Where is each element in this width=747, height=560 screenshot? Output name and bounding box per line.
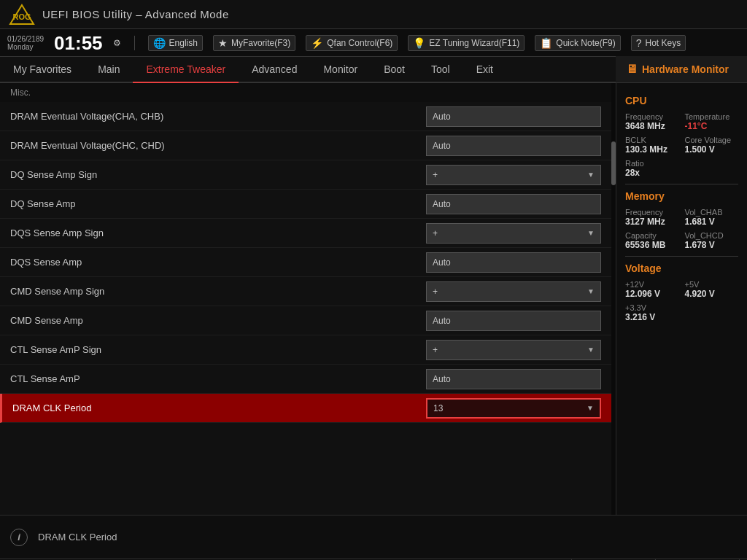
nav-boot[interactable]: Boot xyxy=(371,57,418,83)
dropdown-arrow-dq-sense-amp-sign: ▼ xyxy=(587,171,595,179)
nav-tool[interactable]: Tool xyxy=(418,57,463,83)
v5-value: 4.920 V xyxy=(685,289,739,299)
value-dram-volt-chc-chd[interactable]: Auto xyxy=(426,136,601,156)
mem-vol-chab-label: Vol_CHAB xyxy=(685,208,739,217)
setting-label-dram-clk-period: DRAM CLK Period xyxy=(12,402,426,413)
globe-icon: 🌐 xyxy=(153,37,166,49)
mem-freq-label: Frequency xyxy=(625,208,679,217)
eztuning-button[interactable]: 💡 EZ Tuning Wizard(F11) xyxy=(408,35,525,51)
dropdown-dqs-sense-amp-sign[interactable]: + ▼ xyxy=(426,223,601,244)
cpu-freq-label: Frequency xyxy=(625,112,679,121)
nav-main[interactable]: Main xyxy=(85,57,133,83)
value-dram-volt-cha-chb[interactable]: Auto xyxy=(426,106,601,127)
setting-row-dram-volt-chc-chd[interactable]: DRAM Eventual Voltage(CHC, CHD) Auto xyxy=(0,131,611,160)
dropdown-arrow-cmd-sense-amp-sign: ▼ xyxy=(587,287,595,295)
dropdown-ctl-sense-amp-sign[interactable]: + ▼ xyxy=(426,340,601,360)
mem-freq-vol-chab-row: Frequency 3127 MHz Vol_CHAB 1.681 V xyxy=(625,208,738,227)
hotkeys-button[interactable]: ? Hot Keys xyxy=(631,35,686,51)
dropdown-cmd-sense-amp-sign[interactable]: + ▼ xyxy=(426,281,601,302)
myfavorite-label: MyFavorite(F3) xyxy=(231,38,290,48)
mem-vol-chcd-label: Vol_CHCD xyxy=(685,231,739,240)
value-cmd-sense-amp[interactable]: Auto xyxy=(426,311,601,331)
cpu-core-volt-cell: Core Voltage 1.500 V xyxy=(685,136,739,155)
cpu-bclk-value: 130.3 MHz xyxy=(625,144,679,155)
v5-cell: +5V 4.920 V xyxy=(685,280,739,299)
voltage-section-title: Voltage xyxy=(625,262,738,274)
setting-row-ctl-sense-amp-sign[interactable]: CTL Sense AmP Sign + ▼ xyxy=(0,335,611,365)
setting-row-dqs-sense-amp[interactable]: DQS Sense Amp Auto xyxy=(0,248,611,277)
qfan-button[interactable]: ⚡ Qfan Control(F6) xyxy=(306,35,398,51)
voltage-33-row: +3.3V 3.216 V xyxy=(625,303,738,322)
cpu-ratio-label: Ratio xyxy=(625,159,679,168)
hardware-monitor-panel: CPU Frequency 3648 MHz Temperature -11°C… xyxy=(616,83,747,515)
setting-label-cmd-sense-amp-sign: CMD Sense Amp Sign xyxy=(10,286,426,297)
cpu-temp-value: -11°C xyxy=(685,121,739,131)
nav-my-favorites[interactable]: My Favorites xyxy=(0,57,85,83)
dropdown-dq-sense-amp-sign[interactable]: + ▼ xyxy=(426,165,601,185)
setting-label-ctl-sense-amp-sign: CTL Sense AmP Sign xyxy=(10,344,426,355)
setting-row-cmd-sense-amp[interactable]: CMD Sense Amp Auto xyxy=(0,306,611,335)
setting-label-dqs-sense-amp: DQS Sense Amp xyxy=(10,257,426,268)
mem-vol-chab-cell: Vol_CHAB 1.681 V xyxy=(685,208,739,227)
control-dqs-sense-amp: Auto xyxy=(426,252,601,273)
setting-row-dq-sense-amp[interactable]: DQ Sense Amp Auto xyxy=(0,190,611,219)
cpu-divider xyxy=(625,184,738,184)
settings-content[interactable]: Misc. DRAM Eventual Voltage(CHA, CHB) Au… xyxy=(0,83,611,515)
value-dq-sense-amp[interactable]: Auto xyxy=(426,194,601,214)
settings-icon[interactable]: ⚙ xyxy=(113,38,121,48)
setting-label-dq-sense-amp: DQ Sense Amp xyxy=(10,198,426,209)
setting-label-ctl-sense-amp: CTL Sense AmP xyxy=(10,373,426,384)
cpu-freq-value: 3648 MHz xyxy=(625,121,679,131)
app-title: UEFI BIOS Utility – Advanced Mode xyxy=(42,8,229,20)
language-label: English xyxy=(169,38,198,48)
toolbar-divider xyxy=(134,36,135,50)
hardware-monitor-nav-title: 🖥 Hardware Monitor xyxy=(616,56,747,82)
cpu-ratio-value: 28x xyxy=(625,168,679,178)
hotkeys-label: Hot Keys xyxy=(646,38,681,48)
header: ROG UEFI BIOS Utility – Advanced Mode xyxy=(0,0,747,29)
control-dq-sense-amp-sign: + ▼ xyxy=(426,165,601,185)
value-ctl-sense-amp[interactable]: Auto xyxy=(426,369,601,389)
v33-label: +3.3V xyxy=(625,303,679,312)
setting-row-cmd-sense-amp-sign[interactable]: CMD Sense Amp Sign + ▼ xyxy=(0,277,611,306)
cpu-temp-label: Temperature xyxy=(685,112,739,121)
cpu-section-title: CPU xyxy=(625,95,738,106)
nav-monitor[interactable]: Monitor xyxy=(310,57,371,83)
value-dqs-sense-amp[interactable]: Auto xyxy=(426,252,601,273)
mem-vol-chcd-value: 1.678 V xyxy=(685,240,739,250)
control-dram-volt-cha-chb: Auto xyxy=(426,106,601,127)
day-label: Monday xyxy=(7,43,44,51)
mem-capacity-value: 65536 MB xyxy=(625,240,679,250)
setting-row-dram-volt-cha-chb[interactable]: DRAM Eventual Voltage(CHA, CHB) Auto xyxy=(0,102,611,131)
setting-label-cmd-sense-amp: CMD Sense Amp xyxy=(10,315,426,326)
v12-label: +12V xyxy=(625,280,679,289)
nav-extreme-tweaker[interactable]: Extreme Tweaker xyxy=(133,57,239,83)
voltage-12-5-row: +12V 12.096 V +5V 4.920 V xyxy=(625,280,738,299)
nav-advanced[interactable]: Advanced xyxy=(239,57,310,83)
setting-row-dq-sense-amp-sign[interactable]: DQ Sense Amp Sign + ▼ xyxy=(0,160,611,190)
nav-exit[interactable]: Exit xyxy=(463,57,506,83)
control-dram-clk-period: 13 ▼ xyxy=(426,398,601,419)
setting-row-dqs-sense-amp-sign[interactable]: DQS Sense Amp Sign + ▼ xyxy=(0,219,611,248)
quicknote-label: Quick Note(F9) xyxy=(556,38,615,48)
svg-text:ROG: ROG xyxy=(12,12,31,21)
setting-row-ctl-sense-amp[interactable]: CTL Sense AmP Auto xyxy=(0,365,611,394)
cpu-bclk-label: BCLK xyxy=(625,136,679,144)
v33-value: 3.216 V xyxy=(625,312,679,322)
time-display: 01:55 xyxy=(54,34,103,52)
date-display: 01/26/2189 Monday xyxy=(7,35,44,51)
language-button[interactable]: 🌐 English xyxy=(148,35,203,51)
myfavorite-button[interactable]: ★ MyFavorite(F3) xyxy=(213,35,295,51)
control-cmd-sense-amp: Auto xyxy=(426,311,601,331)
monitor-icon: 🖥 xyxy=(626,63,638,76)
mem-vol-chcd-cell: Vol_CHCD 1.678 V xyxy=(685,231,739,250)
cpu-core-volt-label: Core Voltage xyxy=(685,136,739,144)
dropdown-dram-clk-period[interactable]: 13 ▼ xyxy=(426,398,601,419)
cpu-ratio-cell: Ratio 28x xyxy=(625,159,679,178)
mem-freq-cell: Frequency 3127 MHz xyxy=(625,208,679,227)
quicknote-button[interactable]: 📋 Quick Note(F9) xyxy=(535,35,620,51)
setting-label-dq-sense-amp-sign: DQ Sense Amp Sign xyxy=(10,169,426,180)
rog-logo: ROG xyxy=(9,4,35,26)
setting-row-dram-clk-period[interactable]: DRAM CLK Period 13 ▼ xyxy=(0,394,611,423)
mem-capacity-vol-chcd-row: Capacity 65536 MB Vol_CHCD 1.678 V xyxy=(625,231,738,250)
